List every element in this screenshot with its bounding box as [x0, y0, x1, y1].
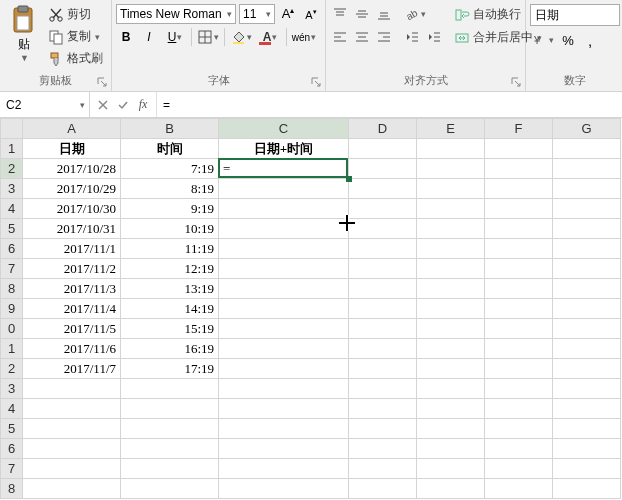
cell-C2[interactable]: = — [219, 159, 349, 179]
cell-B8[interactable]: 13:19 — [121, 279, 219, 299]
row-header[interactable]: 6 — [1, 239, 23, 259]
cell-F15[interactable] — [485, 419, 553, 439]
cell-E2[interactable] — [417, 159, 485, 179]
cell-C3[interactable] — [219, 179, 349, 199]
cell-B15[interactable] — [121, 419, 219, 439]
cell-G18[interactable] — [553, 479, 621, 499]
row-header[interactable]: 9 — [1, 299, 23, 319]
cell-F13[interactable] — [485, 379, 553, 399]
cell-F5[interactable] — [485, 219, 553, 239]
cell-D12[interactable] — [349, 359, 417, 379]
font-name-combo[interactable]: ▾ — [116, 4, 236, 24]
row-header[interactable]: 8 — [1, 279, 23, 299]
cell-F12[interactable] — [485, 359, 553, 379]
cell-F10[interactable] — [485, 319, 553, 339]
cell-D3[interactable] — [349, 179, 417, 199]
cell-B4[interactable]: 9:19 — [121, 199, 219, 219]
cell-F6[interactable] — [485, 239, 553, 259]
cell-E7[interactable] — [417, 259, 485, 279]
cell-D4[interactable] — [349, 199, 417, 219]
cell-F7[interactable] — [485, 259, 553, 279]
align-middle-button[interactable] — [352, 4, 372, 24]
cell-G3[interactable] — [553, 179, 621, 199]
cell-A10[interactable]: 2017/11/5 — [23, 319, 121, 339]
percent-button[interactable]: % — [558, 30, 578, 50]
name-box-input[interactable] — [0, 98, 79, 112]
align-center-button[interactable] — [352, 27, 372, 47]
decrease-indent-button[interactable] — [402, 27, 422, 47]
cell-G10[interactable] — [553, 319, 621, 339]
font-color-button[interactable]: A▾ — [257, 27, 283, 47]
cell-E12[interactable] — [417, 359, 485, 379]
cell-A5[interactable]: 2017/10/31 — [23, 219, 121, 239]
underline-button[interactable]: U▾ — [162, 27, 188, 47]
cell-E11[interactable] — [417, 339, 485, 359]
align-top-button[interactable] — [330, 4, 350, 24]
cell-B13[interactable] — [121, 379, 219, 399]
row-header[interactable]: 3 — [1, 179, 23, 199]
cell-F4[interactable] — [485, 199, 553, 219]
row-header[interactable]: 4 — [1, 199, 23, 219]
cell-D11[interactable] — [349, 339, 417, 359]
row-header[interactable]: 1 — [1, 339, 23, 359]
align-left-button[interactable] — [330, 27, 350, 47]
cell-A16[interactable] — [23, 439, 121, 459]
row-header[interactable]: 5 — [1, 419, 23, 439]
cell-A4[interactable]: 2017/10/30 — [23, 199, 121, 219]
cell-C6[interactable] — [219, 239, 349, 259]
cell-D17[interactable] — [349, 459, 417, 479]
dialog-launcher-icon[interactable] — [310, 76, 322, 88]
cell-G4[interactable] — [553, 199, 621, 219]
paste-button[interactable]: 贴 ▼ — [4, 2, 44, 71]
cell-C11[interactable] — [219, 339, 349, 359]
cell-C4[interactable] — [219, 199, 349, 219]
cell-A15[interactable] — [23, 419, 121, 439]
cell-C7[interactable] — [219, 259, 349, 279]
cell-A13[interactable] — [23, 379, 121, 399]
chevron-down-icon[interactable]: ▾ — [227, 9, 232, 19]
cell-E16[interactable] — [417, 439, 485, 459]
comma-button[interactable]: , — [580, 30, 600, 50]
font-size-input[interactable] — [243, 7, 265, 21]
formula-input[interactable] — [157, 92, 622, 117]
increase-font-button[interactable]: A▴ — [278, 4, 298, 24]
cell-E10[interactable] — [417, 319, 485, 339]
cell-E3[interactable] — [417, 179, 485, 199]
cancel-formula-button[interactable] — [94, 96, 112, 114]
col-header-B[interactable]: B — [121, 119, 219, 139]
bold-button[interactable]: B — [116, 27, 136, 47]
cell-A3[interactable]: 2017/10/29 — [23, 179, 121, 199]
dialog-launcher-icon[interactable] — [510, 76, 522, 88]
cell-A1[interactable]: 日期 — [23, 139, 121, 159]
cell-C1[interactable]: 日期+时间 — [219, 139, 349, 159]
cell-B9[interactable]: 14:19 — [121, 299, 219, 319]
cell-F17[interactable] — [485, 459, 553, 479]
row-header[interactable]: 6 — [1, 439, 23, 459]
cell-A6[interactable]: 2017/11/1 — [23, 239, 121, 259]
col-header-G[interactable]: G — [553, 119, 621, 139]
cell-E14[interactable] — [417, 399, 485, 419]
cell-B18[interactable] — [121, 479, 219, 499]
border-button[interactable]: ▾ — [195, 27, 221, 47]
chevron-down-icon[interactable]: ▾ — [266, 9, 271, 19]
cell-B12[interactable]: 17:19 — [121, 359, 219, 379]
cell-G15[interactable] — [553, 419, 621, 439]
row-header[interactable]: 0 — [1, 319, 23, 339]
cell-D18[interactable] — [349, 479, 417, 499]
row-header[interactable]: 5 — [1, 219, 23, 239]
cell-C8[interactable] — [219, 279, 349, 299]
col-header-E[interactable]: E — [417, 119, 485, 139]
cell-E18[interactable] — [417, 479, 485, 499]
cell-B14[interactable] — [121, 399, 219, 419]
cell-C9[interactable] — [219, 299, 349, 319]
cell-G6[interactable] — [553, 239, 621, 259]
cell-E9[interactable] — [417, 299, 485, 319]
cell-F8[interactable] — [485, 279, 553, 299]
cell-F3[interactable] — [485, 179, 553, 199]
copy-button[interactable]: 复制 ▾ — [44, 26, 107, 47]
row-header[interactable]: 4 — [1, 399, 23, 419]
format-painter-button[interactable]: 格式刷 — [44, 48, 107, 69]
cell-C18[interactable] — [219, 479, 349, 499]
cell-G14[interactable] — [553, 399, 621, 419]
cell-B17[interactable] — [121, 459, 219, 479]
